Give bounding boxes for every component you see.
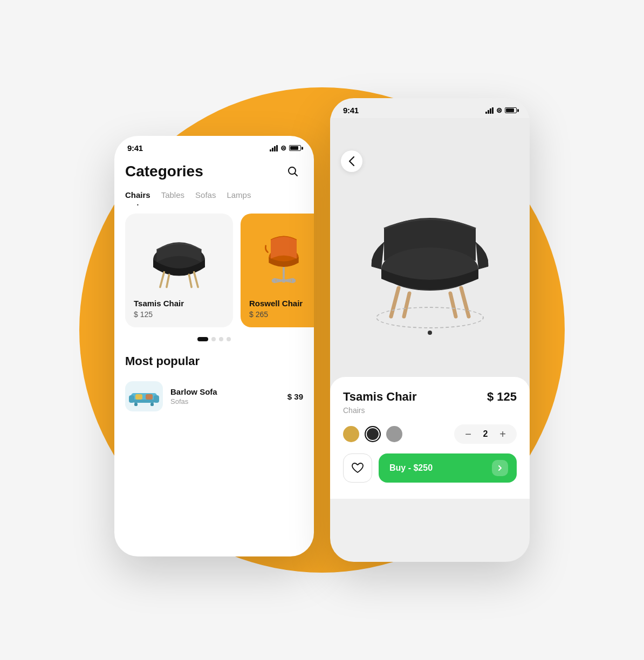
dot-3 xyxy=(219,337,223,341)
color-option-gray[interactable] xyxy=(386,426,402,442)
buy-button[interactable]: Buy - $250 xyxy=(379,453,517,483)
svg-line-2 xyxy=(160,272,164,287)
svg-rect-19 xyxy=(150,403,154,406)
detail-product-name: Tsamis Chair xyxy=(343,390,417,404)
phones-container: 9:41 ⊜ Categories xyxy=(114,98,530,562)
detail-product-category: Chairs xyxy=(343,406,517,415)
buy-label: Buy - $250 xyxy=(389,463,433,473)
signal-icon-right xyxy=(485,107,494,114)
roswell-chair-price: $ 265 xyxy=(249,310,314,319)
svg-line-4 xyxy=(167,274,169,287)
wifi-icon: ⊜ xyxy=(280,144,286,152)
time-left: 9:41 xyxy=(127,143,143,153)
chevron-right-icon xyxy=(497,465,503,471)
time-right: 9:41 xyxy=(343,106,359,115)
status-bar-right: 9:41 ⊜ xyxy=(330,98,530,118)
dot-4 xyxy=(227,337,231,341)
dot-2 xyxy=(211,337,216,341)
status-bar-left: 9:41 ⊜ xyxy=(114,136,314,156)
image-dot-indicator xyxy=(428,331,432,335)
barlow-price: $ 39 xyxy=(287,392,303,401)
roswell-chair-image xyxy=(257,225,311,290)
carousel-dots xyxy=(125,337,303,341)
page-title: Categories xyxy=(125,163,203,180)
product-image-area-right xyxy=(330,118,530,388)
battery-icon-right xyxy=(505,107,517,113)
tab-sofas[interactable]: Sofas xyxy=(195,190,216,203)
left-phone: 9:41 ⊜ Categories xyxy=(114,136,314,556)
barlow-category: Sofas xyxy=(170,397,280,405)
status-icons-left: ⊜ xyxy=(270,144,301,152)
svg-rect-21 xyxy=(146,394,153,400)
product-card-tsamis[interactable]: Tsamis Chair $ 125 xyxy=(125,214,233,327)
barlow-info: Barlow Sofa Sofas xyxy=(170,387,280,405)
color-option-dark[interactable] xyxy=(365,426,381,442)
tsamis-chair-large xyxy=(354,177,505,328)
detail-header: Tsamis Chair $ 125 xyxy=(343,390,517,404)
svg-rect-18 xyxy=(134,403,138,406)
color-picker xyxy=(343,426,402,442)
quantity-control: − 2 + xyxy=(454,424,517,444)
product-card-roswell[interactable]: Roswell Chair $ 265 xyxy=(241,214,314,327)
left-content: Categories Chairs Tables Sofas Lamps xyxy=(114,156,314,417)
buy-arrow-icon xyxy=(492,460,508,476)
product-image-tsamis xyxy=(134,222,224,292)
product-detail-sheet: Tsamis Chair $ 125 Chairs − 2 + xyxy=(330,377,530,499)
barlow-sofa-image xyxy=(129,387,159,406)
status-icons-right: ⊜ xyxy=(485,106,517,114)
svg-rect-17 xyxy=(133,400,155,403)
products-scroll: Tsamis Chair $ 125 xyxy=(125,214,303,327)
popular-item-barlow[interactable]: Barlow Sofa Sofas $ 39 xyxy=(125,376,303,417)
signal-icon xyxy=(270,145,278,152)
options-row: − 2 + xyxy=(343,424,517,444)
roswell-chair-name: Roswell Chair xyxy=(249,299,314,308)
dot-1 xyxy=(197,337,208,341)
right-phone: 9:41 ⊜ xyxy=(330,98,530,562)
shadow-ellipse xyxy=(376,307,484,328)
heart-icon xyxy=(352,463,364,473)
quantity-increase[interactable]: + xyxy=(497,429,508,439)
svg-point-13 xyxy=(282,279,285,283)
detail-product-price: $ 125 xyxy=(487,390,517,404)
svg-point-12 xyxy=(292,279,296,283)
wishlist-button[interactable] xyxy=(343,453,372,483)
tsamis-chair-price: $ 125 xyxy=(134,310,224,319)
quantity-decrease[interactable]: − xyxy=(463,429,474,439)
svg-line-5 xyxy=(189,274,191,287)
battery-icon xyxy=(289,145,301,151)
product-image-roswell xyxy=(249,222,314,292)
svg-rect-20 xyxy=(135,394,142,400)
color-option-gold[interactable] xyxy=(343,426,359,442)
barlow-thumb xyxy=(125,381,163,411)
most-popular-title: Most popular xyxy=(125,354,303,368)
svg-line-3 xyxy=(194,272,198,287)
tab-tables[interactable]: Tables xyxy=(161,190,184,203)
barlow-name: Barlow Sofa xyxy=(170,387,280,396)
tsamis-chair-image xyxy=(136,225,222,290)
wifi-icon-right: ⊜ xyxy=(496,106,502,114)
search-button[interactable] xyxy=(283,161,303,182)
quantity-value: 2 xyxy=(481,429,490,439)
tab-lamps[interactable]: Lamps xyxy=(227,190,251,203)
page-header: Categories xyxy=(125,156,303,190)
svg-point-11 xyxy=(272,279,276,283)
big-chair-display xyxy=(349,161,511,345)
action-row: Buy - $250 xyxy=(343,453,517,483)
search-icon xyxy=(287,166,299,177)
tsamis-chair-name: Tsamis Chair xyxy=(134,299,224,308)
category-tabs: Chairs Tables Sofas Lamps xyxy=(125,190,303,203)
tab-chairs[interactable]: Chairs xyxy=(125,190,150,203)
scene: 9:41 ⊜ Categories xyxy=(0,0,644,660)
